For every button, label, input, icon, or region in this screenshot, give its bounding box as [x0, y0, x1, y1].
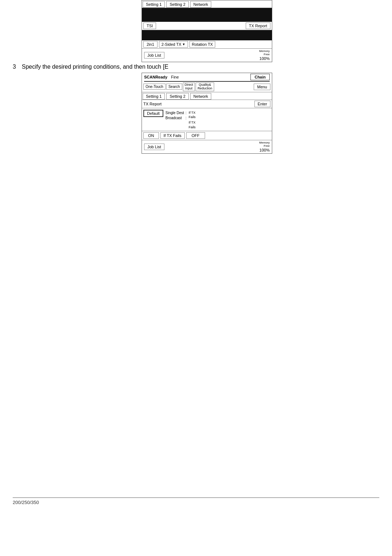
btn-menu[interactable]: Menu: [254, 84, 270, 90]
btn-direct-input[interactable]: DirectInput: [183, 82, 195, 91]
top-dark-row1: [142, 8, 272, 22]
top-dark-row2: [142, 30, 272, 40]
footer-line: [13, 497, 379, 498]
bottom-fax-panel: SCANReady Fine Chain One-Touch Search Di…: [142, 73, 272, 154]
btn-2sided-tx[interactable]: 2-Sided TX ▼: [159, 41, 188, 48]
top-tab-setting2[interactable]: Setting 2: [166, 1, 188, 8]
settings-values: If TXFails If TXFails: [189, 110, 196, 129]
default-button[interactable]: Default: [143, 110, 163, 117]
if-tx-fails-button[interactable]: If TX Fails: [160, 132, 185, 139]
bottom-tab-setting1[interactable]: Setting 1: [143, 93, 165, 100]
tx-report-label: TX Report: [143, 102, 162, 106]
top-fax-panel: Setting 1 Setting 2 Network TSI TX Repor…: [142, 0, 272, 62]
top-tx-report-button[interactable]: TX Report: [246, 23, 270, 29]
on-button[interactable]: ON: [143, 132, 159, 139]
btn-2in1[interactable]: 2in1: [143, 41, 158, 48]
top-memory-free: Memory Free 100%: [259, 50, 270, 61]
chain-button[interactable]: Chain: [250, 74, 270, 80]
enter-button[interactable]: Enter: [254, 101, 270, 107]
step-number: 3: [13, 64, 16, 70]
top-bottom-controls: 2in1 2-Sided TX ▼ Rotation TX: [142, 40, 272, 49]
step3-instruction: Specify the desired printing conditions,…: [22, 64, 168, 70]
top-tsi-row: TSI TX Report: [142, 22, 272, 30]
off-button[interactable]: OFF: [186, 132, 205, 139]
tx-fails-row: ON If TX Fails OFF: [142, 131, 272, 140]
bottom-tab-row: Setting 1 Setting 2 Network: [142, 92, 272, 100]
top-tab-network[interactable]: Network: [190, 1, 211, 8]
bottom-status-bar: SCANReady Fine Chain: [142, 73, 272, 81]
bottom-job-list-button[interactable]: Job List: [144, 144, 164, 150]
bottom-memory-label: Memory Free: [259, 141, 270, 148]
scan-ready-label: SCANReady: [144, 75, 167, 79]
btn-rotation-tx[interactable]: Rotation TX: [189, 41, 216, 48]
btn-one-touch[interactable]: One-Touch: [143, 84, 166, 90]
top-job-list-button[interactable]: Job List: [144, 52, 164, 59]
status-left: SCANReady Fine: [144, 75, 179, 79]
footer-page-ref: 200/250/350: [13, 500, 39, 505]
bottom-btn-row: One-Touch Search DirectInput Quality&Red…: [142, 82, 272, 92]
bottom-memory-free: Memory Free 100%: [259, 141, 270, 152]
bottom-tab-setting2[interactable]: Setting 2: [166, 93, 188, 100]
btn-search[interactable]: Search: [166, 84, 182, 90]
settings-row: Default Single Dest Broadcast : : If TXF…: [142, 108, 272, 131]
tx-report-row: TX Report Enter: [142, 100, 272, 108]
top-job-list-row: Job List Memory Free 100%: [142, 49, 272, 62]
bottom-job-list-row: Job List Memory Free 100%: [142, 140, 272, 153]
tsi-button[interactable]: TSI: [143, 23, 156, 29]
settings-colons: : :: [185, 110, 187, 121]
page-content: Setting 1 Setting 2 Network TSI TX Repor…: [0, 0, 392, 556]
bottom-tab-network[interactable]: Network: [190, 93, 211, 100]
fine-label: Fine: [171, 75, 179, 79]
settings-labels: Single Dest Broadcast: [166, 110, 184, 121]
top-tab-setting1[interactable]: Setting 1: [143, 1, 165, 8]
chevron-down-icon: ▼: [182, 43, 185, 46]
top-memory-label: Memory Free: [259, 50, 270, 56]
top-tab-row: Setting 1 Setting 2 Network: [142, 0, 272, 8]
settings-info-block: Single Dest Broadcast : : If TXFails If …: [166, 110, 196, 129]
btn-quality-reduction[interactable]: Quality&Reduction: [196, 82, 214, 91]
